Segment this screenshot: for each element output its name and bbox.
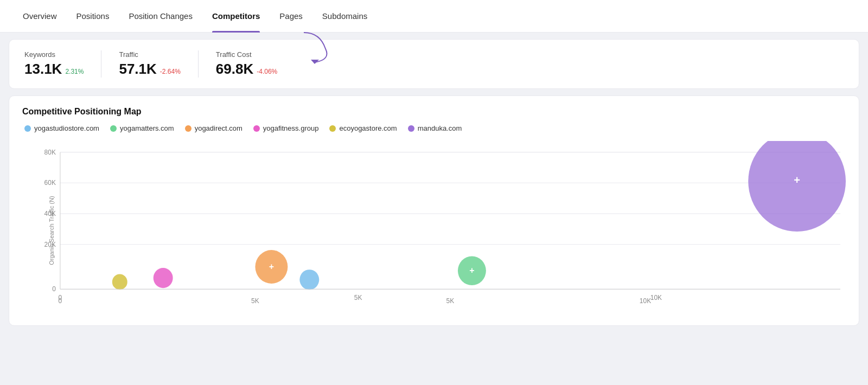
- legend-label-yogastudiostore: yogastudiostore.com: [34, 124, 99, 132]
- legend-dot-manduka: [408, 125, 414, 132]
- legend-item-yogadirect: yogadirect.com: [185, 124, 242, 132]
- svg-text:+: +: [469, 265, 474, 275]
- chart-svg: 80K 60K 40K 20K 0 0 5K 5K 10K +: [22, 141, 846, 320]
- metric-traffic-change: -2.64%: [160, 68, 181, 75]
- metric-keywords-label: Keywords: [24, 50, 84, 59]
- legend-item-manduka: manduka.com: [408, 124, 462, 132]
- chart-area: 80K 60K 40K 20K 0 0 5K 5K 10K +: [22, 141, 846, 320]
- legend-dot-yogamatters: [110, 125, 117, 132]
- legend-label-yogafitness: yogafitness.group: [263, 124, 319, 132]
- svg-text:0: 0: [59, 294, 62, 301]
- metric-traffic-cost-label: Traffic Cost: [216, 50, 277, 59]
- legend-dot-yogastudiostore: [24, 125, 31, 132]
- nav-item-position-changes[interactable]: Position Changes: [119, 0, 202, 33]
- svg-text:5K: 5K: [251, 297, 259, 305]
- bubble-yogafitness[interactable]: [154, 268, 173, 288]
- bubble-manduka[interactable]: [748, 141, 846, 232]
- chart-card: Competitive Positioning Map yogastudiost…: [9, 95, 859, 326]
- svg-text:80K: 80K: [44, 149, 56, 156]
- svg-text:+: +: [794, 174, 800, 186]
- metric-traffic-cost: Traffic Cost 69.8K -4.06%: [216, 50, 295, 78]
- svg-text:0: 0: [52, 285, 56, 293]
- nav-item-overview[interactable]: Overview: [13, 0, 67, 33]
- metrics-card: Keywords 13.1K 2.31% Traffic 57.1K -2.64…: [9, 39, 859, 89]
- metric-keywords: Keywords 13.1K 2.31%: [24, 50, 101, 78]
- nav-item-pages[interactable]: Pages: [270, 0, 312, 33]
- svg-text:5K: 5K: [446, 297, 455, 305]
- legend-dot-yogadirect: [185, 125, 192, 132]
- legend-item-ecoyogastore: ecoyogastore.com: [329, 124, 397, 132]
- legend-item-yogamatters: yogamatters.com: [110, 124, 174, 132]
- metric-traffic-label: Traffic: [119, 50, 180, 59]
- nav-item-subdomains[interactable]: Subdomains: [312, 0, 377, 33]
- svg-text:10K: 10K: [650, 294, 662, 301]
- svg-text:10K: 10K: [640, 297, 651, 305]
- bubble-ecoyogastore[interactable]: [112, 274, 127, 290]
- legend-dot-ecoyogastore: [329, 125, 336, 132]
- legend-label-manduka: manduka.com: [418, 124, 462, 132]
- metric-keywords-value: 13.1K: [24, 61, 62, 78]
- svg-text:5K: 5K: [354, 294, 362, 301]
- legend-item-yogastudiostore: yogastudiostore.com: [24, 124, 99, 132]
- svg-text:60K: 60K: [44, 179, 56, 187]
- metric-traffic: Traffic 57.1K -2.64%: [119, 50, 198, 78]
- chart-legend: yogastudiostore.com yogamatters.com yoga…: [22, 124, 846, 132]
- legend-label-ecoyogastore: ecoyogastore.com: [339, 124, 397, 132]
- bubble-yogastudiostore[interactable]: [299, 270, 319, 290]
- main-navigation: Overview Positions Position Changes Comp…: [0, 0, 868, 33]
- nav-item-competitors[interactable]: Competitors: [202, 0, 270, 33]
- chart-title: Competitive Positioning Map: [22, 107, 846, 117]
- metric-traffic-value: 57.1K: [119, 61, 156, 78]
- svg-text:+: +: [269, 261, 274, 271]
- y-axis-label: Organic Search Traffic (N): [48, 196, 55, 265]
- metric-traffic-cost-change: -4.06%: [257, 68, 277, 75]
- legend-item-yogafitness: yogafitness.group: [253, 124, 319, 132]
- metric-traffic-cost-value: 69.8K: [216, 61, 253, 78]
- metric-keywords-change: 2.31%: [65, 68, 84, 75]
- nav-item-positions[interactable]: Positions: [67, 0, 119, 33]
- legend-label-yogadirect: yogadirect.com: [195, 124, 242, 132]
- legend-label-yogamatters: yogamatters.com: [120, 124, 174, 132]
- legend-dot-yogafitness: [253, 125, 260, 132]
